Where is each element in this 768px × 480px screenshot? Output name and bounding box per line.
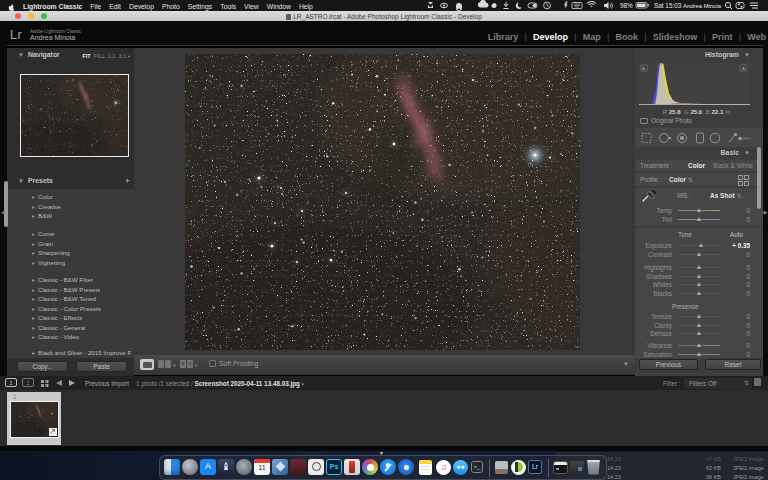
svg-text:Andrea Minoia: Andrea Minoia [683, 3, 722, 9]
svg-text:98%: 98% [620, 2, 633, 9]
svg-text:Sat 15:03: Sat 15:03 [654, 2, 682, 9]
